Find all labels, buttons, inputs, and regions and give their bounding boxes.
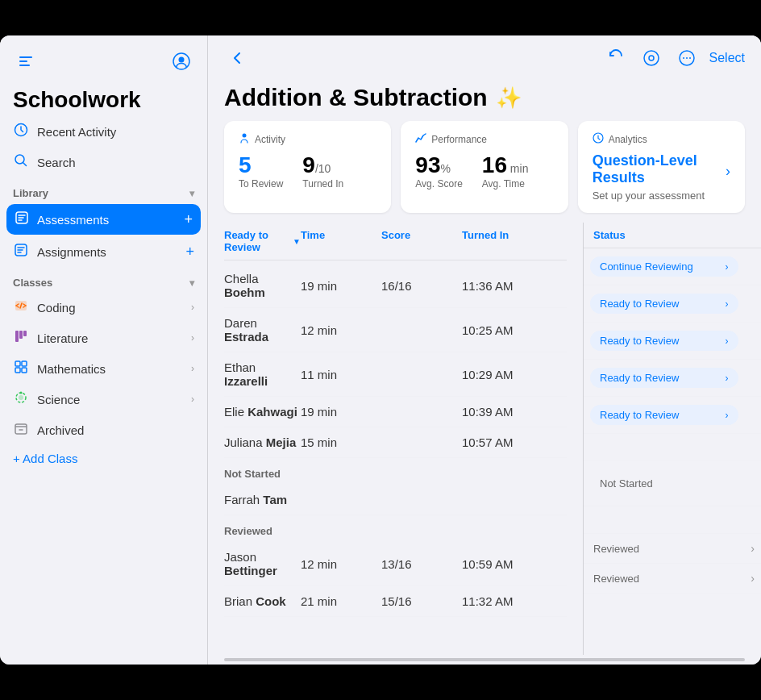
cell-turned-in: 10:57 AM [462, 435, 567, 449]
sidebar-item-recent-activity[interactable]: Recent Activity [0, 116, 207, 147]
sidebar: Schoolwork Recent Activity Search Librar… [0, 35, 208, 665]
analytics-card-header: Analytics [593, 132, 730, 146]
performance-stats: 93% Avg. Score 16 min Avg. Time [415, 152, 553, 190]
coding-chevron-icon: › [191, 302, 194, 313]
back-button[interactable] [224, 45, 250, 71]
turned-in-value: 9/10 [302, 152, 343, 178]
student-name: Brian Cook [224, 594, 301, 608]
analytics-title: Question-Level Results [593, 152, 726, 186]
mathematics-icon [13, 360, 29, 377]
continue-reviewing-badge[interactable]: Continue Reviewing › [590, 256, 738, 277]
sidebar-item-assessments[interactable]: Assessments + [6, 204, 201, 235]
archived-icon [13, 421, 29, 439]
ready-to-review-badge[interactable]: Ready to Review › [590, 331, 738, 351]
clock-icon [13, 123, 29, 140]
cell-time: 19 min [301, 405, 381, 419]
col-header-time: Time [301, 229, 381, 253]
analytics-card[interactable]: Analytics Question-Level Results › Set u… [578, 121, 745, 213]
status-row: Ready to Review › [584, 323, 761, 360]
scrollbar[interactable] [224, 658, 745, 661]
main-body: Ready to Review ▼ Time Score Turned In C… [208, 223, 761, 655]
profile-button[interactable] [168, 48, 194, 74]
add-assignment-button[interactable]: + [185, 244, 194, 260]
svg-rect-2 [19, 65, 30, 66]
reviewed-status-row[interactable]: Reviewed › [584, 534, 761, 564]
table-row[interactable]: Ethan Izzarelli 11 min 10:29 AM [224, 352, 567, 397]
avg-time-stat: 16 min Avg. Time [482, 152, 529, 190]
col-header-ready[interactable]: Ready to Review ▼ [224, 229, 301, 253]
badge-chevron-icon: › [726, 335, 729, 347]
cell-time: 11 min [301, 368, 381, 381]
sidebar-item-literature[interactable]: Literature › [0, 323, 207, 353]
list-button[interactable] [638, 45, 664, 71]
svg-rect-12 [23, 331, 27, 336]
cards-row: Activity 5 To Review 9/10 Turned In [208, 121, 761, 223]
literature-icon [13, 329, 29, 347]
svg-rect-15 [15, 368, 20, 373]
assessments-icon [15, 210, 29, 228]
sidebar-item-mathematics[interactable]: Mathematics › [0, 353, 207, 384]
cell-turned-in: 11:32 AM [462, 594, 567, 608]
sidebar-item-assignments[interactable]: Assignments + [0, 236, 207, 267]
search-label: Search [37, 156, 76, 169]
table-row[interactable]: Daren Estrada 12 min 10:25 AM [224, 308, 567, 352]
analytics-subtitle: Set up your assessment [593, 190, 730, 202]
undo-button[interactable] [603, 45, 629, 71]
activity-label: Activity [255, 134, 285, 145]
content-right: Status Continue Reviewing › Ready to Rev… [584, 223, 761, 655]
ready-to-review-badge[interactable]: Ready to Review › [590, 405, 738, 425]
table-row[interactable]: Juliana Mejia 15 min 10:57 AM [224, 427, 567, 458]
avg-score-value: 93% [415, 152, 462, 178]
svg-point-6 [15, 155, 24, 164]
cell-time: 19 min [301, 279, 381, 293]
ready-to-review-badge[interactable]: Ready to Review › [590, 294, 738, 314]
ready-to-review-badge[interactable]: Ready to Review › [590, 368, 738, 388]
reviewed-status: Reviewed [590, 573, 751, 585]
table-row[interactable]: Farrah Tam [224, 485, 567, 515]
activity-stats: 5 To Review 9/10 Turned In [239, 152, 376, 190]
sidebar-item-coding[interactable]: Coding › [0, 292, 207, 323]
recent-activity-label: Recent Activity [37, 125, 116, 139]
toggle-sidebar-button[interactable] [13, 48, 39, 74]
status-row: Ready to Review › [584, 285, 761, 323]
activity-icon [239, 132, 250, 146]
cell-time: 12 min [301, 557, 381, 571]
table-row[interactable]: Brian Cook 21 min 15/16 11:32 AM [224, 586, 567, 617]
analytics-link[interactable]: Question-Level Results › [593, 152, 730, 190]
add-assessment-button[interactable]: + [184, 212, 193, 227]
header-left [224, 45, 250, 71]
content-left: Ready to Review ▼ Time Score Turned In C… [208, 223, 584, 655]
more-button[interactable] [674, 45, 700, 71]
sidebar-item-science[interactable]: Science › [0, 384, 207, 415]
reviewed-chevron-icon: › [751, 572, 755, 585]
student-name: Ethan Izzarelli [224, 360, 301, 388]
assignments-label: Assignments [37, 245, 106, 259]
table-row[interactable]: Elie Kahwagi 19 min 10:39 AM [224, 397, 567, 427]
select-button[interactable]: Select [709, 51, 745, 65]
cell-time: 12 min [301, 323, 381, 337]
svg-point-17 [19, 395, 23, 400]
sidebar-top [0, 48, 207, 81]
badge-chevron-icon: › [726, 298, 729, 310]
svg-point-26 [689, 57, 691, 59]
reviewed-status-row[interactable]: Reviewed › [584, 564, 761, 594]
analytics-label: Analytics [609, 134, 647, 145]
main-content: Select Addition & Subtraction ✨ Activity [208, 35, 761, 665]
add-class-button[interactable]: + Add Class [0, 445, 207, 472]
table-row[interactable]: Chella Boehm 19 min 16/16 11:36 AM [224, 264, 567, 308]
science-icon [13, 390, 29, 408]
sidebar-item-search[interactable]: Search [0, 147, 207, 177]
table-header: Ready to Review ▼ Time Score Turned In [224, 223, 567, 260]
avg-time-value: 16 min [482, 152, 529, 178]
cell-score: 16/16 [381, 279, 462, 293]
cell-turned-in: 11:36 AM [462, 279, 567, 293]
cell-time: 15 min [301, 435, 381, 449]
cell-turned-in: 10:59 AM [462, 557, 567, 571]
performance-card: Performance 93% Avg. Score 16 min Avg. T… [401, 121, 568, 213]
main-header: Select [208, 35, 761, 81]
literature-label: Literature [37, 331, 88, 345]
classes-chevron-icon: ▾ [189, 277, 194, 289]
page-title: Addition & Subtraction [224, 84, 488, 111]
table-row[interactable]: Jason Bettinger 12 min 13/16 10:59 AM [224, 542, 567, 586]
sidebar-item-archived[interactable]: Archived [0, 415, 207, 445]
